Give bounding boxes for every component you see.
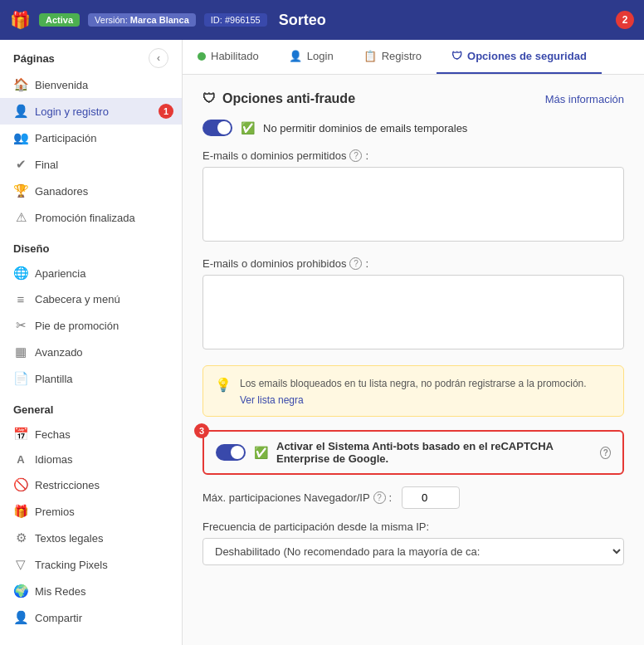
toggle-no-temp-emails[interactable] (202, 120, 232, 136)
page-title: Sorteo (279, 12, 326, 29)
blocked-help-icon[interactable]: ? (349, 257, 362, 270)
tab-login[interactable]: 👤 Login (274, 40, 349, 74)
sidebar-item-restricciones[interactable]: 🚫 Restricciones (0, 472, 182, 498)
sidebar-header: Páginas ‹ (0, 40, 182, 71)
sidebar-item-tracking-pixels[interactable]: ▽ Tracking Pixels (0, 551, 182, 578)
warning-icon: ⚠ (13, 210, 28, 225)
info-box-text: Los emails bloqueados en tu lista negra,… (240, 376, 587, 391)
lightbulb-icon: 💡 (215, 377, 232, 406)
shield-icon: 🛡 (202, 91, 216, 106)
max-part-help-icon[interactable]: ? (373, 491, 386, 504)
allowed-emails-group: E-mails o dominios permitidos ? : (202, 149, 624, 244)
max-participations-row: Máx. participaciones Navegador/IP ? : (202, 486, 624, 509)
topbar: 🎁 Activa Versión: Marca Blanca ID: #9661… (0, 0, 644, 40)
scissors-icon: ✂ (13, 318, 28, 333)
home-icon: 🏠 (13, 77, 28, 92)
sidebar-item-textos-legales[interactable]: ⚙ Textos legales (0, 525, 182, 551)
enabled-dot (198, 52, 206, 61)
grid-icon: ▦ (13, 344, 28, 359)
sidebar-item-idiomas[interactable]: A Idiomas (0, 447, 182, 472)
blacklist-link[interactable]: Ver lista negra (240, 394, 587, 406)
toggle-no-temp-emails-row: ✅ No permitir dominios de emails tempora… (202, 120, 624, 136)
sidebar: Páginas ‹ 🏠 Bienvenida 👤 Login y registr… (0, 40, 183, 645)
sidebar-item-ganadores[interactable]: 🏆 Ganadores (0, 178, 182, 204)
more-info-link[interactable]: Más información (545, 93, 624, 105)
content-area: Habilitado 👤 Login 📋 Registro 🛡 Opciones… (183, 40, 644, 645)
tab-opciones-seguridad[interactable]: 🛡 Opciones de seguridad (437, 40, 602, 74)
tab-habilitado[interactable]: Habilitado (183, 40, 274, 74)
sidebar-item-bienvenida[interactable]: 🏠 Bienvenida (0, 71, 182, 98)
blocked-emails-label: E-mails o dominios prohibidos ? : (202, 257, 624, 270)
trophy-icon: 🏆 (13, 183, 28, 198)
badge-number-1: 1 (159, 104, 173, 119)
globe-icon: 🌐 (13, 266, 28, 281)
badge-number-2: 2 (616, 11, 634, 29)
restrict-icon: 🚫 (13, 477, 28, 492)
sidebar-item-promocion-finalizada[interactable]: ⚠ Promoción finalizada (0, 204, 182, 231)
max-participations-input[interactable] (402, 486, 460, 509)
prize-icon: 🎁 (13, 504, 28, 519)
sidebar-item-fechas[interactable]: 📅 Fechas (0, 421, 182, 447)
toggle-recaptcha[interactable] (216, 444, 246, 461)
section-header: 🛡 Opciones anti-fraude Más información (202, 91, 624, 106)
sidebar-item-login-registro[interactable]: 👤 Login y registro 1 (0, 98, 182, 125)
gift-icon: 🎁 (10, 10, 31, 30)
registro-icon: 📋 (363, 50, 377, 62)
sidebar-item-mis-redes[interactable]: 🌍 Mis Redes (0, 578, 182, 604)
menu-icon: ≡ (13, 292, 28, 306)
status-badge-active: Activa (39, 13, 80, 27)
tab-registro[interactable]: 📋 Registro (349, 40, 437, 74)
security-icon: 🛡 (451, 50, 462, 62)
networks-icon: 🌍 (13, 584, 28, 599)
sidebar-item-premios[interactable]: 🎁 Premios (0, 498, 182, 525)
recaptcha-box: 3 ✅ Activar el Sistema Anti-bots basado … (202, 430, 624, 475)
page-content: 🛡 Opciones anti-fraude Más información ✅… (183, 75, 644, 645)
frequency-select[interactable]: Deshabilitado (No recomendado para la ma… (202, 538, 624, 565)
toggle-no-temp-emails-label: No permitir dominios de emails temporale… (263, 122, 467, 134)
legal-icon: ⚙ (13, 530, 28, 545)
blacklist-info-box: 💡 Los emails bloqueados en tu lista negr… (202, 365, 624, 417)
sidebar-item-avanzado[interactable]: ▦ Avanzado (0, 339, 182, 365)
id-badge: ID: #966155 (204, 13, 267, 27)
sidebar-item-final[interactable]: ✔ Final (0, 151, 182, 178)
allowed-emails-label: E-mails o dominios permitidos ? : (202, 149, 624, 162)
badge-number-3: 3 (194, 423, 209, 438)
sidebar-item-pie[interactable]: ✂ Pie de promoción (0, 312, 182, 339)
tracking-icon: ▽ (13, 557, 28, 572)
blocked-emails-input[interactable] (202, 275, 624, 349)
allowed-help-icon[interactable]: ? (349, 149, 362, 162)
sidebar-item-compartir[interactable]: 👤 Compartir (0, 604, 182, 631)
general-section-title: General (0, 392, 182, 421)
section-title: 🛡 Opciones anti-fraude (202, 91, 355, 106)
recaptcha-check-icon: ✅ (254, 446, 268, 459)
login-icon: 👤 (289, 50, 302, 62)
calendar-icon: 📅 (13, 427, 28, 442)
sidebar-item-plantilla[interactable]: 📄 Plantilla (0, 365, 182, 392)
frequency-group: Frecuencia de participación desde la mis… (202, 520, 624, 565)
tabs-bar: Habilitado 👤 Login 📋 Registro 🛡 Opciones… (183, 40, 644, 75)
share-icon: 👤 (13, 610, 28, 625)
allowed-emails-input[interactable] (202, 167, 624, 242)
language-icon: A (13, 453, 28, 466)
frequency-label: Frecuencia de participación desde la mis… (202, 520, 624, 533)
recaptcha-help-icon[interactable]: ? (600, 447, 611, 459)
user-icon: 👤 (13, 104, 28, 119)
people-icon: 👥 (13, 130, 28, 145)
recaptcha-label: Activar el Sistema Anti-bots basado en e… (276, 440, 611, 465)
sidebar-collapse-button[interactable]: ‹ (149, 48, 168, 68)
sidebar-item-cabecera[interactable]: ≡ Cabecera y menú (0, 286, 182, 312)
sidebar-item-apariencia[interactable]: 🌐 Apariencia (0, 260, 182, 286)
blocked-emails-group: E-mails o dominios prohibidos ? : (202, 257, 624, 352)
sidebar-item-participacion[interactable]: 👥 Participación (0, 125, 182, 151)
version-badge: Versión: Marca Blanca (88, 13, 196, 27)
check-circle-icon: ✅ (241, 121, 255, 134)
pages-section-title: Páginas (13, 52, 55, 65)
file-icon: 📄 (13, 371, 28, 386)
design-section-title: Diseño (0, 231, 182, 260)
max-participations-label: Máx. participaciones Navegador/IP ? : (202, 491, 392, 504)
check-icon: ✔ (13, 157, 28, 172)
